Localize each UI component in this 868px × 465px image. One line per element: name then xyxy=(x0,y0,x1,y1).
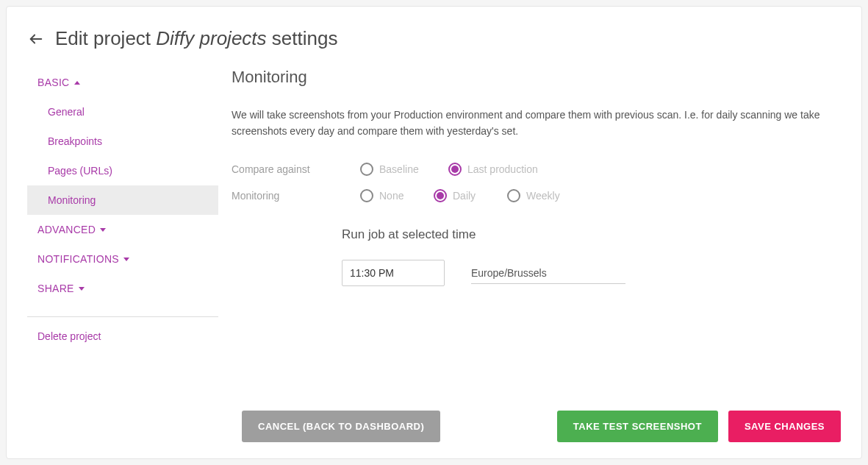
title-suffix: settings xyxy=(267,27,338,49)
page-title: Edit project Diffy projects settings xyxy=(55,27,337,50)
settings-card: Edit project Diffy projects settings Bas… xyxy=(6,6,862,459)
take-test-screenshot-button[interactable]: Take test screenshot xyxy=(557,411,718,442)
compare-against-label: Compare against xyxy=(232,163,360,175)
radio-weekly[interactable]: Weekly xyxy=(507,189,573,202)
body: Basic General Breakpoints Pages (URLs) M… xyxy=(27,68,841,349)
radio-label: Daily xyxy=(453,190,476,202)
monitoring-row: Monitoring None Daily Weekly xyxy=(232,189,832,202)
sidebar-section-advanced[interactable]: Advanced xyxy=(27,215,218,244)
radio-last-production[interactable]: Last production xyxy=(448,163,551,176)
radio-label: None xyxy=(379,190,403,202)
radio-dot-icon xyxy=(437,192,444,199)
footer: Cancel (back to dashboard) Take test scr… xyxy=(242,411,841,442)
caret-down-icon xyxy=(123,258,129,261)
title-prefix: Edit project xyxy=(55,27,156,49)
back-arrow-icon[interactable] xyxy=(27,30,45,48)
radio-label: Weekly xyxy=(526,190,560,202)
radio-icon xyxy=(360,163,373,176)
sidebar-section-label: Notifications xyxy=(37,253,119,265)
sidebar-divider xyxy=(27,316,218,317)
sidebar-section-basic[interactable]: Basic xyxy=(27,68,218,97)
footer-right: Take test screenshot Save changes xyxy=(557,411,841,442)
radio-dot-icon xyxy=(451,166,459,173)
monitoring-radios: None Daily Weekly xyxy=(360,189,573,202)
caret-down-icon xyxy=(79,287,85,291)
caret-up-icon xyxy=(74,81,80,85)
delete-project-link[interactable]: Delete project xyxy=(27,323,218,349)
section-description: We will take screenshots from your Produ… xyxy=(232,107,832,139)
monitoring-label: Monitoring xyxy=(232,190,360,202)
sidebar-item-general[interactable]: General xyxy=(27,97,218,127)
radio-icon xyxy=(360,189,373,202)
sidebar-item-breakpoints[interactable]: Breakpoints xyxy=(27,127,218,156)
radio-label: Baseline xyxy=(379,163,419,175)
sidebar: Basic General Breakpoints Pages (URLs) M… xyxy=(27,68,218,349)
cancel-button[interactable]: Cancel (back to dashboard) xyxy=(242,411,440,442)
radio-icon xyxy=(434,189,447,202)
save-changes-button[interactable]: Save changes xyxy=(728,411,841,442)
compare-against-radios: Baseline Last production xyxy=(360,163,551,176)
title-project-name: Diffy projects xyxy=(156,27,266,49)
radio-baseline[interactable]: Baseline xyxy=(360,163,441,176)
caret-down-icon xyxy=(100,228,106,232)
radio-icon xyxy=(507,189,520,202)
time-row xyxy=(342,260,832,286)
compare-against-row: Compare against Baseline Last production xyxy=(232,163,832,176)
sidebar-item-monitoring[interactable]: Monitoring xyxy=(27,185,218,215)
sidebar-section-label: Basic xyxy=(37,77,70,88)
time-input[interactable] xyxy=(342,260,445,286)
radio-label: Last production xyxy=(467,163,538,175)
section-heading: Monitoring xyxy=(232,68,832,87)
radio-icon xyxy=(448,163,462,176)
sidebar-section-notifications[interactable]: Notifications xyxy=(27,244,218,274)
page-header: Edit project Diffy projects settings xyxy=(27,27,841,50)
timezone-field[interactable] xyxy=(471,263,625,284)
radio-daily[interactable]: Daily xyxy=(434,189,500,202)
sidebar-section-label: Share xyxy=(37,283,74,294)
sidebar-section-share[interactable]: Share xyxy=(27,274,218,303)
sidebar-item-pages-urls[interactable]: Pages (URLs) xyxy=(27,156,218,185)
main-panel: Monitoring We will take screenshots from… xyxy=(232,68,841,349)
sidebar-section-label: Advanced xyxy=(37,224,96,235)
radio-none[interactable]: None xyxy=(360,189,426,202)
run-job-heading: Run job at selected time xyxy=(342,227,832,242)
